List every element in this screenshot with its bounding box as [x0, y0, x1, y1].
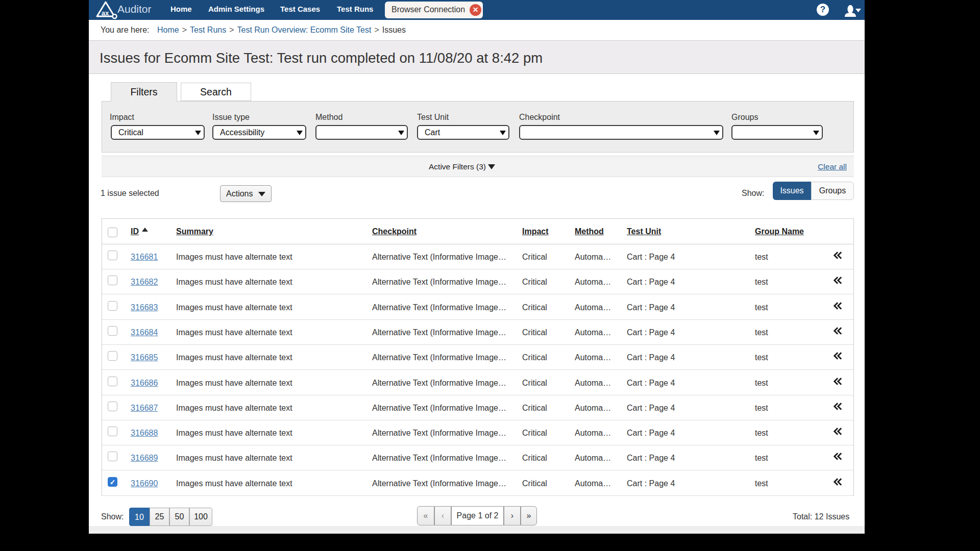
svg-text:ax: ax [102, 9, 109, 17]
